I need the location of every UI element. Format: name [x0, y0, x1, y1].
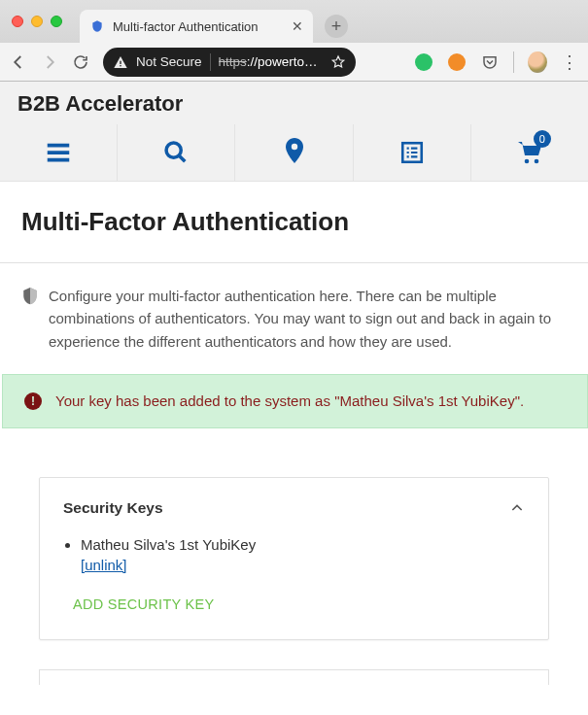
hamburger-icon — [44, 138, 73, 167]
alert-error-icon: ! — [24, 392, 42, 410]
extension-grammarly-icon[interactable] — [414, 52, 433, 72]
nav-orders-button[interactable] — [354, 124, 471, 181]
tab-title: Multi-factor Authentication — [113, 19, 284, 34]
alert-message: Your key has been added to the system as… — [55, 392, 524, 409]
back-button[interactable] — [10, 53, 27, 71]
map-pin-icon — [283, 138, 306, 167]
add-security-key-button[interactable]: ADD SECURITY KEY — [63, 596, 525, 612]
svg-point-3 — [291, 144, 296, 150]
collapse-toggle[interactable] — [509, 500, 525, 516]
cart-count-badge: 0 — [534, 130, 551, 148]
search-icon — [162, 139, 190, 166]
security-keys-header: Security Keys — [63, 499, 163, 517]
reload-button[interactable] — [72, 53, 89, 71]
next-card-peek — [39, 669, 549, 685]
unlink-key-link[interactable]: [unlink] — [81, 557, 525, 573]
bookmark-star-icon[interactable] — [330, 54, 346, 70]
shield-info-icon — [21, 287, 39, 353]
new-tab-button[interactable]: + — [325, 15, 348, 38]
url-text: https://powertools.l... — [219, 54, 323, 69]
nav-cart-button[interactable]: 0 — [471, 124, 588, 181]
svg-point-2 — [166, 143, 181, 157]
browser-tab[interactable]: Multi-factor Authentication ✕ — [80, 10, 313, 43]
window-minimize-icon[interactable] — [31, 16, 43, 27]
url-bar[interactable]: Not Secure https://powertools.l... — [103, 48, 356, 77]
profile-avatar-icon[interactable] — [528, 52, 547, 72]
not-secure-label: Not Secure — [136, 54, 202, 69]
intro-text: Configure your multi-factor authenticati… — [49, 285, 567, 353]
insecure-warning-icon — [113, 54, 128, 70]
list-document-icon — [399, 140, 425, 165]
security-keys-card: Security Keys Matheu Silva's 1st YubiKey… — [39, 477, 549, 640]
svg-point-5 — [525, 159, 530, 164]
page-title: Multi-Factor Authentication — [21, 207, 567, 237]
tab-favicon-icon — [89, 18, 105, 34]
nav-menu-button[interactable] — [0, 124, 118, 181]
svg-rect-0 — [120, 60, 121, 63]
svg-point-6 — [535, 159, 539, 164]
security-key-item: Matheu Silva's 1st YubiKey [unlink] — [81, 536, 525, 573]
nav-locator-button[interactable] — [235, 124, 353, 181]
brand-title: B2B Accelerator — [0, 82, 588, 124]
browser-menu-icon[interactable]: ⋮ — [561, 51, 578, 73]
urlbar-divider — [210, 53, 211, 71]
extension-pocket-icon[interactable] — [480, 52, 500, 72]
window-close-icon[interactable] — [12, 16, 23, 27]
security-key-name: Matheu Silva's 1st YubiKey — [81, 536, 256, 553]
toolbar-divider — [513, 51, 514, 73]
window-controls — [12, 16, 62, 27]
nav-search-button[interactable] — [118, 124, 235, 181]
divider — [0, 262, 588, 263]
forward-button[interactable] — [41, 53, 58, 71]
svg-rect-1 — [120, 65, 121, 66]
chevron-up-icon — [509, 500, 525, 516]
window-zoom-icon[interactable] — [51, 16, 62, 27]
extension-cookie-icon[interactable] — [447, 52, 467, 72]
tab-close-icon[interactable]: ✕ — [292, 18, 303, 34]
success-alert: ! Your key has been added to the system … — [2, 374, 588, 428]
